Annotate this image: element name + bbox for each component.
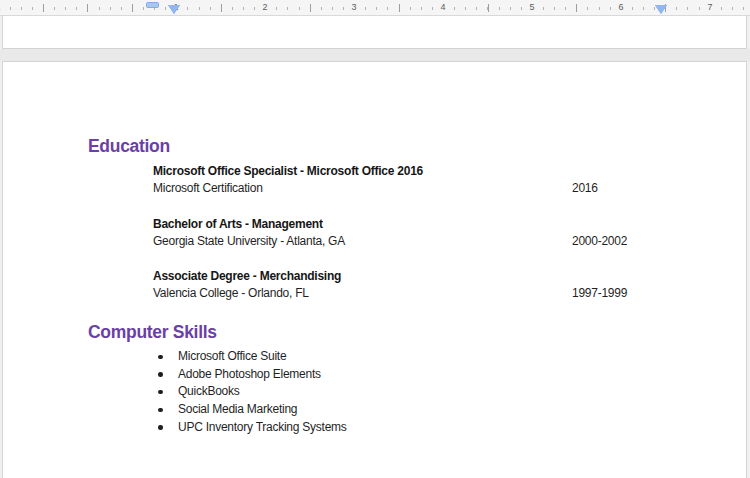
right-indent-marker[interactable] bbox=[655, 5, 667, 14]
bullet-icon bbox=[158, 355, 163, 360]
ruler-number-clipped: 1 bbox=[0, 1, 4, 14]
skills-bullet-list: Microsoft Office Suite Adobe Photoshop E… bbox=[156, 348, 347, 436]
skill-label: QuickBooks bbox=[178, 384, 240, 398]
previous-page-bottom[interactable] bbox=[2, 16, 747, 49]
skill-label: UPC Inventory Tracking Systems bbox=[178, 420, 347, 434]
skill-list-item[interactable]: QuickBooks bbox=[156, 383, 347, 401]
document-page[interactable]: Education Microsoft Office Specialist - … bbox=[2, 61, 747, 478]
left-indent-marker[interactable] bbox=[168, 5, 180, 14]
skill-list-item[interactable]: Adobe Photoshop Elements bbox=[156, 366, 347, 384]
ruler-number-7: 7 bbox=[704, 1, 716, 14]
education-entry-subtitle[interactable]: Georgia State University - Atlanta, GA bbox=[153, 233, 345, 250]
education-entry-subtitle[interactable]: Valencia College - Orlando, FL bbox=[153, 285, 309, 302]
section-heading-computer-skills[interactable]: Computer Skills bbox=[88, 322, 217, 342]
first-line-indent-marker[interactable] bbox=[146, 2, 159, 8]
bullet-icon bbox=[158, 408, 163, 413]
education-entry-subtitle[interactable]: Microsoft Certification bbox=[153, 180, 263, 197]
skill-list-item[interactable]: Social Media Marketing bbox=[156, 401, 347, 419]
page-gap bbox=[0, 49, 750, 61]
ruler-half-inch-ticks bbox=[0, 4, 750, 12]
ruler-number-4: 4 bbox=[437, 1, 449, 14]
bullet-icon bbox=[158, 390, 163, 395]
skill-label: Adobe Photoshop Elements bbox=[178, 367, 321, 381]
bullet-icon bbox=[158, 425, 163, 430]
education-entry-title[interactable]: Associate Degree - Merchandising bbox=[153, 268, 341, 285]
ruler-zero-tick bbox=[87, 4, 88, 12]
skill-list-item[interactable]: UPC Inventory Tracking Systems bbox=[156, 419, 347, 437]
education-entry-date[interactable]: 2016 bbox=[572, 180, 598, 197]
ruler-number-5: 5 bbox=[526, 1, 538, 14]
education-entry-date[interactable]: 2000-2002 bbox=[572, 233, 627, 250]
education-entry-title[interactable]: Microsoft Office Specialist - Microsoft … bbox=[153, 163, 423, 180]
bullet-icon bbox=[158, 372, 163, 377]
ruler-number-2: 2 bbox=[259, 1, 271, 14]
horizontal-ruler[interactable]: 1 1 2 3 4 5 6 7 bbox=[0, 0, 750, 16]
skill-list-item[interactable]: Microsoft Office Suite bbox=[156, 348, 347, 366]
skill-label: Social Media Marketing bbox=[178, 402, 297, 416]
ruler-number-3: 3 bbox=[348, 1, 360, 14]
skill-label: Microsoft Office Suite bbox=[178, 349, 286, 363]
education-entry-date[interactable]: 1997-1999 bbox=[572, 285, 627, 302]
ruler-number-6: 6 bbox=[615, 1, 627, 14]
section-heading-education[interactable]: Education bbox=[88, 136, 170, 156]
education-entry-title[interactable]: Bachelor of Arts - Management bbox=[153, 216, 323, 233]
